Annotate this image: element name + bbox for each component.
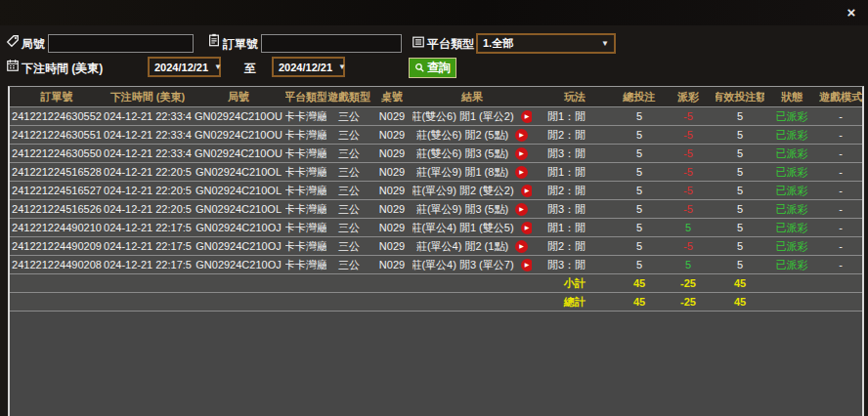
cell-game: 三公 [326, 182, 371, 199]
cell-table: N029 [371, 182, 412, 199]
play-icon[interactable]: ▶ [521, 222, 532, 234]
result-text: 莊(單公9) 閒1 (8點) [416, 165, 508, 180]
cell-total-bet: 5 [618, 237, 661, 255]
table-row: 241221224516528 2024-12-21 22:20:53 GN02… [10, 163, 862, 182]
round-input[interactable] [48, 34, 194, 53]
result-text: 莊(單公9) 閒2 (雙公2) [412, 184, 514, 198]
platform-select[interactable]: 1.全部 ▼ [476, 33, 616, 54]
cell-mode: - [819, 182, 862, 199]
header-game: 遊戲類型 [326, 87, 371, 106]
play-icon[interactable]: ▶ [521, 259, 532, 271]
cell-round: GN02924C210OJ [192, 219, 285, 236]
cell-status: 已派彩 [764, 256, 819, 273]
cell-valid-bet: 5 [716, 256, 764, 273]
cell-mode: - [819, 219, 862, 236]
cell-payout: -5 [661, 237, 716, 255]
play-icon[interactable]: ▶ [515, 129, 528, 142]
table-row: 241221224490208 2024-12-21 22:17:53 GN02… [10, 256, 862, 274]
cell-status: 已派彩 [764, 126, 819, 144]
titlebar [0, 0, 868, 25]
chevron-down-icon: ▼ [332, 62, 346, 71]
cell-order: 241221224630551 [10, 126, 104, 144]
cell-mode: - [819, 200, 862, 218]
tag-icon [6, 34, 20, 48]
cell-payout: -5 [661, 107, 716, 125]
table-row: 241221224516527 2024-12-21 22:20:53 GN02… [10, 182, 862, 200]
cell-play: 閒1：閒 [532, 219, 618, 236]
cell-mode: - [819, 237, 862, 255]
cell-game: 三公 [326, 126, 371, 144]
order-input[interactable] [261, 34, 402, 53]
play-icon[interactable]: ▶ [521, 110, 532, 123]
cell-valid-bet: 5 [716, 219, 764, 236]
cell-order: 241221224630550 [10, 145, 104, 162]
cell-payout: -5 [661, 163, 716, 181]
subtotal-row: 小計 45 -25 45 [10, 274, 862, 293]
header-total-bet: 總投注 [618, 87, 661, 106]
result-text: 莊(雙公6) 閒1 (單公2) [412, 109, 514, 124]
result-text: 莊(單公9) 閒3 (5點) [416, 202, 508, 217]
cell-total-bet: 5 [618, 163, 661, 181]
play-icon[interactable]: ▶ [515, 240, 528, 253]
cell-play: 閒1：閒 [532, 163, 618, 181]
close-icon[interactable]: × [843, 4, 860, 21]
header-order: 訂單號 [10, 87, 104, 106]
cell-total-bet: 5 [618, 182, 661, 199]
cell-table: N029 [371, 126, 412, 144]
cell-play: 閒3：閒 [532, 256, 618, 273]
cell-platform: 卡卡灣廳 [285, 200, 326, 218]
cell-total-bet: 5 [618, 200, 661, 218]
header-result: 結果 [412, 87, 532, 106]
cell-play: 閒2：閒 [532, 126, 618, 144]
cell-order: 241221224490208 [10, 256, 104, 273]
cell-table: N029 [371, 107, 412, 125]
chevron-down-icon: ▼ [208, 62, 222, 71]
table-row: 241221224490209 2024-12-21 22:17:53 GN02… [10, 237, 862, 256]
cell-platform: 卡卡灣廳 [285, 126, 326, 144]
cell-table: N029 [371, 145, 412, 162]
date-to-label: 至 [244, 61, 256, 77]
cell-play: 閒2：閒 [532, 182, 618, 199]
cell-time: 2024-12-21 22:17:53 [104, 256, 192, 273]
result-text: 莊(單公4) 閒2 (1點) [416, 239, 508, 254]
cell-platform: 卡卡灣廳 [285, 107, 326, 125]
cell-table: N029 [371, 200, 412, 218]
cell-valid-bet: 5 [716, 126, 764, 144]
bet-time-label: 下注時間 (美東) [22, 61, 103, 77]
header-payout: 派彩 [661, 87, 716, 106]
play-icon[interactable]: ▶ [521, 185, 532, 197]
cell-order: 241221224630552 [10, 107, 104, 125]
search-button[interactable]: 查詢 [409, 58, 456, 78]
result-text: 莊(單公4) 閒3 (單公7) [412, 258, 514, 272]
cell-mode: - [819, 126, 862, 144]
date-from-picker[interactable]: 2024/12/21 ▼ [148, 57, 221, 77]
cell-total-bet: 5 [618, 219, 661, 236]
platform-select-value: 1.全部 [483, 36, 513, 51]
cell-platform: 卡卡灣廳 [285, 145, 326, 162]
table-row: 241221224630552 2024-12-21 22:33:47 GN02… [10, 107, 862, 126]
cell-order: 241221224516527 [10, 182, 104, 199]
cell-time: 2024-12-21 22:17:53 [104, 219, 192, 236]
cell-mode: - [819, 107, 862, 125]
cell-status: 已派彩 [764, 200, 819, 218]
cell-result: 莊(雙公6) 閒2 (5點) ▶ [412, 126, 532, 144]
cell-game: 三公 [326, 163, 371, 181]
play-icon[interactable]: ▶ [515, 166, 528, 179]
cell-platform: 卡卡灣廳 [285, 237, 326, 255]
cell-time: 2024-12-21 22:33:47 [104, 126, 192, 144]
cell-table: N029 [371, 219, 412, 236]
table-empty-area [10, 312, 862, 415]
cell-result: 莊(單公4) 閒3 (單公7) ▶ [412, 256, 532, 273]
cell-time: 2024-12-21 22:33:47 [104, 107, 192, 125]
grand-total-total-bet: 45 [618, 293, 661, 311]
play-icon[interactable]: ▶ [515, 147, 528, 160]
cell-payout: -5 [661, 126, 716, 144]
cell-round: GN02924C210OL [192, 182, 285, 199]
date-to-picker[interactable]: 2024/12/21 ▼ [272, 57, 345, 77]
play-icon[interactable]: ▶ [515, 203, 528, 216]
cell-platform: 卡卡灣廳 [285, 182, 326, 199]
cell-valid-bet: 5 [716, 200, 764, 218]
header-round: 局號 [192, 87, 285, 106]
cell-round: GN02924C210OU [192, 145, 285, 162]
calendar-icon [6, 59, 20, 72]
